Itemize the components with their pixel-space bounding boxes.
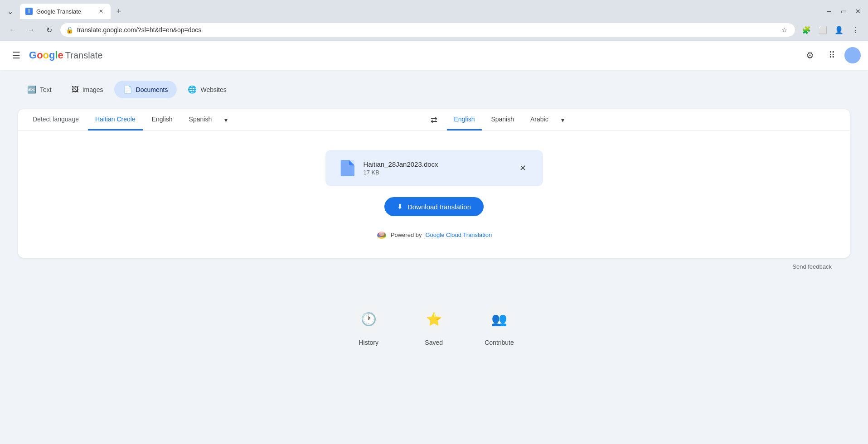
- documents-icon: 📄: [123, 85, 132, 94]
- file-card: Haitian_28Jan2023.docx 17 KB ✕: [325, 150, 543, 186]
- logo-translate-text: Translate: [65, 50, 103, 61]
- target-langs: English Spanish Arabic ▾: [447, 109, 843, 130]
- address-bar-row: ← → ↻ 🔒 translate.google.com/?sl=ht&tl=e…: [0, 19, 868, 41]
- tab-websites-label: Websites: [200, 86, 226, 93]
- app-header: ☰ Google Translate ⚙ ⠿: [0, 41, 868, 70]
- download-icon: ⬇: [397, 203, 403, 211]
- google-translate-logo: Google Translate: [29, 49, 103, 61]
- tab-title: Google Translate: [36, 8, 93, 15]
- tab-text-label: Text: [40, 86, 52, 93]
- history-button[interactable]: 🕐: [354, 304, 383, 333]
- source-langs: Detect language Haitian Creole English S…: [25, 109, 422, 130]
- file-info: Haitian_28Jan2023.docx 17 KB: [364, 160, 509, 176]
- contribute-button[interactable]: 👥: [485, 304, 514, 333]
- browser-chrome: ⌄ T Google Translate ✕ + ─ ▭ ✕ ← → ↻ 🔒 t…: [0, 0, 868, 41]
- document-area: Haitian_28Jan2023.docx 17 KB ✕ ⬇ Downloa…: [18, 131, 850, 258]
- google-cloud-icon: [376, 231, 387, 239]
- tab-images-label: Images: [82, 86, 103, 93]
- saved-label: Saved: [425, 339, 443, 346]
- address-bar[interactable]: 🔒 translate.google.com/?sl=ht&tl=en&op=d…: [60, 23, 795, 37]
- lang-selector-row: Detect language Haitian Creole English S…: [18, 109, 850, 131]
- lock-icon: 🔒: [66, 26, 73, 34]
- send-feedback-link[interactable]: Send feedback: [18, 258, 850, 275]
- star-icon: ⭐: [426, 312, 442, 327]
- bottom-section: 🕐 History ⭐ Saved 👥 Contribute: [0, 286, 868, 355]
- powered-by: Powered by Google Cloud Translation: [376, 231, 492, 239]
- tab-documents[interactable]: 📄 Documents: [114, 81, 177, 98]
- contribute-label: Contribute: [485, 339, 514, 346]
- source-lang-english[interactable]: English: [145, 109, 180, 130]
- profile-avatar-button[interactable]: [844, 47, 861, 63]
- swap-icon: ⇄: [431, 115, 437, 125]
- history-label: History: [359, 339, 378, 346]
- maximize-button[interactable]: ▭: [837, 5, 850, 18]
- source-lang-spanish[interactable]: Spanish: [182, 109, 219, 130]
- download-translation-button[interactable]: ⬇ Download translation: [384, 197, 484, 216]
- header-right: ⚙ ⠿: [801, 46, 861, 64]
- translation-panel: Detect language Haitian Creole English S…: [18, 109, 850, 258]
- apps-button[interactable]: ⠿: [823, 46, 841, 64]
- tab-bar: ⌄ T Google Translate ✕ + ─ ▭ ✕: [0, 0, 868, 19]
- history-item[interactable]: 🕐 History: [354, 304, 383, 346]
- bookmark-button[interactable]: ☆: [779, 24, 790, 35]
- images-icon: 🖼: [72, 86, 79, 94]
- hamburger-icon: ☰: [12, 50, 20, 61]
- websites-icon: 🌐: [188, 85, 197, 94]
- tab-images[interactable]: 🖼 Images: [63, 81, 112, 98]
- address-bar-actions: ☆: [779, 24, 790, 35]
- target-lang-spanish[interactable]: Spanish: [484, 109, 521, 130]
- reload-button[interactable]: ↻: [42, 23, 56, 37]
- minimize-button[interactable]: ─: [823, 5, 835, 18]
- google-g: Google: [29, 49, 63, 61]
- svg-point-5: [379, 232, 384, 236]
- url-text: translate.google.com/?sl=ht&tl=en&op=doc…: [77, 26, 775, 34]
- file-icon: [338, 159, 356, 177]
- target-more-langs-button[interactable]: ▾: [558, 110, 568, 130]
- tab-favicon: T: [25, 8, 33, 15]
- close-icon: ✕: [519, 163, 526, 173]
- tab-close-button[interactable]: ✕: [97, 7, 105, 15]
- download-button-label: Download translation: [407, 203, 471, 211]
- file-name: Haitian_28Jan2023.docx: [364, 160, 509, 168]
- apps-icon: ⠿: [829, 50, 835, 61]
- settings-icon: ⚙: [806, 50, 814, 61]
- target-lang-english[interactable]: English: [447, 109, 482, 130]
- tab-websites[interactable]: 🌐 Websites: [179, 81, 235, 98]
- hamburger-menu-button[interactable]: ☰: [7, 46, 25, 64]
- settings-button[interactable]: ⚙: [801, 46, 819, 64]
- history-icon: 🕐: [361, 312, 377, 327]
- window-controls: ─ ▭ ✕: [823, 5, 864, 18]
- saved-item[interactable]: ⭐ Saved: [419, 304, 448, 346]
- close-button[interactable]: ✕: [852, 5, 864, 18]
- saved-button[interactable]: ⭐: [419, 304, 448, 333]
- source-more-langs-button[interactable]: ▾: [221, 110, 231, 130]
- tab-documents-label: Documents: [136, 86, 168, 93]
- text-icon: 🔤: [27, 85, 36, 94]
- tab-nav-buttons: ⌄: [4, 5, 16, 18]
- source-lang-haitian-creole[interactable]: Haitian Creole: [88, 109, 143, 130]
- detect-language-button[interactable]: Detect language: [25, 109, 86, 130]
- browser-toolbar-right: 🧩 ⬜ 👤 ⋮: [799, 23, 863, 37]
- mode-tabs: 🔤 Text 🖼 Images 📄 Documents 🌐 Websites: [18, 81, 850, 98]
- main-content: 🔤 Text 🖼 Images 📄 Documents 🌐 Websites D…: [0, 70, 868, 286]
- file-remove-button[interactable]: ✕: [516, 161, 530, 175]
- forward-button[interactable]: →: [24, 23, 38, 37]
- active-tab: T Google Translate ✕: [20, 4, 111, 19]
- google-cloud-translation-link[interactable]: Google Cloud Translation: [425, 232, 492, 238]
- sidebar-button[interactable]: ⬜: [815, 23, 830, 37]
- back-button[interactable]: ←: [5, 23, 20, 37]
- swap-languages-button[interactable]: ⇄: [425, 111, 443, 129]
- tab-list-button[interactable]: ⌄: [4, 5, 16, 18]
- tab-text[interactable]: 🔤 Text: [18, 81, 61, 98]
- extensions-button[interactable]: 🧩: [799, 23, 814, 37]
- powered-by-text: Powered by: [391, 232, 422, 238]
- target-lang-arabic[interactable]: Arabic: [523, 109, 556, 130]
- profile-button[interactable]: 👤: [832, 23, 846, 37]
- contribute-item[interactable]: 👥 Contribute: [485, 304, 514, 346]
- contribute-icon: 👥: [491, 312, 507, 327]
- menu-button[interactable]: ⋮: [848, 23, 863, 37]
- file-size: 17 KB: [364, 169, 509, 176]
- new-tab-button[interactable]: +: [112, 5, 125, 18]
